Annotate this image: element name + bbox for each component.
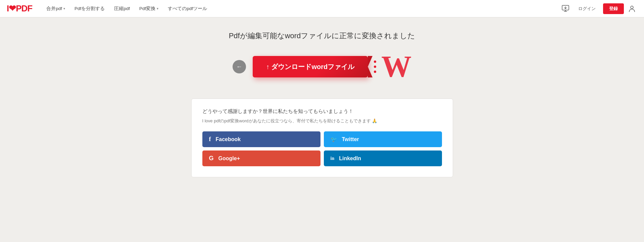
download-label: ↑ ダウンロードwordファイル <box>266 62 354 71</box>
dot-2 <box>374 66 376 68</box>
nav-split-pdf-label: Pdfを分割する <box>75 6 105 12</box>
nav-convert-pdf-label: Pdf変換 <box>139 6 155 12</box>
nav-merge-pdf[interactable]: 合并pdf ▾ <box>42 4 69 14</box>
share-linkedin-button[interactable]: in LinkedIn <box>324 150 442 166</box>
dot-1 <box>374 61 376 63</box>
download-area: ← ↑ ダウンロードwordファイル W <box>233 52 411 82</box>
logo-text: I❤PDF <box>7 3 32 14</box>
share-title: どうやって感謝しますか？世界に私たちを知ってもらいましょう！ <box>202 108 442 115</box>
share-google-button[interactable]: G Google+ <box>202 150 320 166</box>
word-file-icon: W <box>381 52 411 82</box>
twitter-icon: 🐦 <box>331 136 337 142</box>
register-button[interactable]: 登録 <box>603 3 624 14</box>
chevron-down-icon: ▾ <box>63 7 65 10</box>
logo[interactable]: I❤PDF <box>7 3 32 14</box>
header: I❤PDF 合并pdf ▾ Pdfを分割する 圧縮pdf Pdf変換 ▾ すべて… <box>0 0 644 17</box>
main-content: Pdfが編集可能なwordファイルに正常に変換されました ← ↑ ダウンロードw… <box>0 17 644 184</box>
linkedin-icon: in <box>331 156 335 161</box>
file-dots <box>374 61 376 73</box>
chevron-down-icon-2: ▾ <box>157 7 158 10</box>
download-word-button[interactable]: ↑ ダウンロードwordファイル <box>253 56 368 77</box>
nav-all-tools[interactable]: すべてのpdfツール <box>164 4 211 14</box>
google-label: Google+ <box>218 156 240 162</box>
share-card: どうやって感謝しますか？世界に私たちを知ってもらいましょう！ I love pd… <box>191 99 453 177</box>
share-twitter-button[interactable]: 🐦 Twitter <box>324 131 442 147</box>
nav-compress-pdf[interactable]: 圧縮pdf <box>110 4 134 14</box>
nav-compress-pdf-label: 圧縮pdf <box>114 6 130 12</box>
twitter-label: Twitter <box>342 136 359 142</box>
success-title: Pdfが編集可能なwordファイルに正常に変換されました <box>229 31 415 41</box>
facebook-label: Facebook <box>216 136 241 142</box>
share-buttons: f Facebook 🐦 Twitter G Google+ in Linked… <box>202 131 442 166</box>
nav-merge-pdf-label: 合并pdf <box>46 6 62 12</box>
facebook-icon: f <box>209 136 211 143</box>
back-button[interactable]: ← <box>233 60 246 73</box>
nav-all-tools-label: すべてのpdfツール <box>168 6 207 12</box>
nav-split-pdf[interactable]: Pdfを分割する <box>70 4 109 14</box>
google-icon: G <box>209 155 214 162</box>
header-right: ログイン 登録 <box>560 3 637 14</box>
login-button[interactable]: ログイン <box>574 4 600 14</box>
download-monitor-icon[interactable] <box>560 3 571 14</box>
svg-point-1 <box>631 6 633 9</box>
linkedin-label: LinkedIn <box>339 156 361 162</box>
dot-3 <box>374 71 376 73</box>
file-icon-container: W <box>381 52 411 82</box>
share-facebook-button[interactable]: f Facebook <box>202 131 320 147</box>
share-subtitle: I love pdfのpdf変換wordがあなたに役立つなら、寄付で私たちを助け… <box>202 118 442 124</box>
nav: 合并pdf ▾ Pdfを分割する 圧縮pdf Pdf変換 ▾ すべてのpdfツー… <box>42 4 560 14</box>
nav-convert-pdf[interactable]: Pdf変換 ▾ <box>135 4 162 14</box>
back-arrow-icon: ← <box>236 63 242 70</box>
user-icon[interactable] <box>627 3 637 14</box>
